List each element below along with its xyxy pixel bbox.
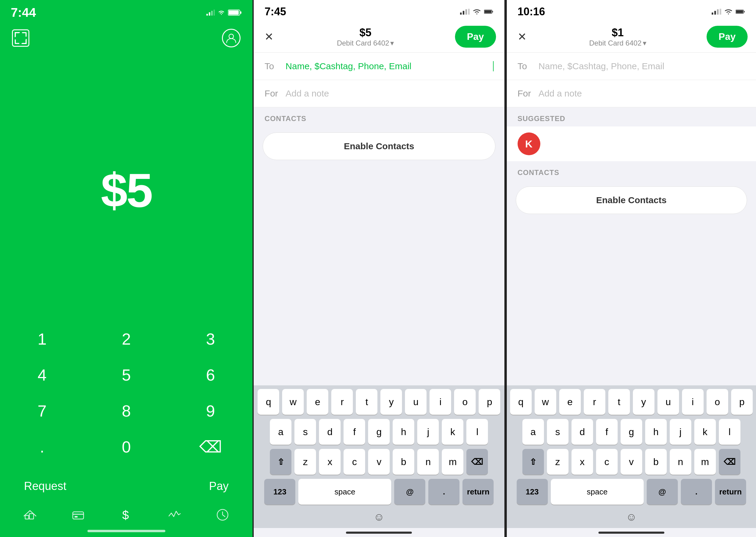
numpad-key-1[interactable]: 1 bbox=[0, 321, 84, 357]
kb-shift-2[interactable]: ⇧ bbox=[270, 449, 291, 475]
kb-m-2[interactable]: m bbox=[442, 449, 463, 475]
kb-backspace-2[interactable]: ⌫ bbox=[466, 449, 488, 475]
kb-t-3[interactable]: t bbox=[608, 389, 630, 415]
kb-z-3[interactable]: z bbox=[547, 449, 569, 475]
card-info-3[interactable]: Debit Card 6402 ▾ bbox=[589, 39, 646, 47]
kb-s-3[interactable]: s bbox=[547, 419, 569, 445]
kb-backspace-3[interactable]: ⌫ bbox=[719, 449, 740, 475]
nav-card[interactable] bbox=[71, 508, 85, 522]
pay-button-2[interactable]: Pay bbox=[455, 26, 496, 48]
kb-l-2[interactable]: l bbox=[466, 419, 488, 445]
numpad-key-2[interactable]: 2 bbox=[84, 321, 168, 357]
kb-i-2[interactable]: i bbox=[430, 389, 451, 415]
kb-n-3[interactable]: n bbox=[670, 449, 691, 475]
kb-j-2[interactable]: j bbox=[417, 419, 439, 445]
kb-c-3[interactable]: c bbox=[596, 449, 618, 475]
numpad-key-9[interactable]: 9 bbox=[168, 393, 252, 429]
kb-k-3[interactable]: k bbox=[694, 419, 716, 445]
kb-c-2[interactable]: c bbox=[344, 449, 365, 475]
kb-at-3[interactable]: @ bbox=[647, 479, 678, 505]
nav-dollar[interactable]: $ bbox=[119, 508, 133, 522]
kb-o-3[interactable]: o bbox=[706, 389, 728, 415]
close-button-3[interactable]: ✕ bbox=[515, 28, 529, 46]
kb-shift-3[interactable]: ⇧ bbox=[522, 449, 544, 475]
kb-f-2[interactable]: f bbox=[344, 419, 365, 445]
kb-return-2[interactable]: return bbox=[463, 479, 494, 505]
kb-a-2[interactable]: a bbox=[270, 419, 291, 445]
kb-e-2[interactable]: e bbox=[307, 389, 328, 415]
pay-button[interactable]: Pay bbox=[209, 480, 229, 493]
kb-x-2[interactable]: x bbox=[319, 449, 341, 475]
kb-at-2[interactable]: @ bbox=[394, 479, 425, 505]
nav-home[interactable] bbox=[23, 508, 37, 522]
kb-g-2[interactable]: g bbox=[368, 419, 390, 445]
numpad-key-8[interactable]: 8 bbox=[84, 393, 168, 429]
kb-z-2[interactable]: z bbox=[294, 449, 316, 475]
kb-d-3[interactable]: d bbox=[572, 419, 593, 445]
kb-t-2[interactable]: t bbox=[356, 389, 377, 415]
kb-j-3[interactable]: j bbox=[670, 419, 691, 445]
numpad-key-4[interactable]: 4 bbox=[0, 357, 84, 393]
kb-i-3[interactable]: i bbox=[682, 389, 703, 415]
kb-y-2[interactable]: y bbox=[380, 389, 402, 415]
nav-clock[interactable] bbox=[215, 508, 230, 522]
numpad-key-3[interactable]: 3 bbox=[168, 321, 252, 357]
kb-l-3[interactable]: l bbox=[719, 419, 740, 445]
kb-h-2[interactable]: h bbox=[393, 419, 414, 445]
request-button[interactable]: Request bbox=[24, 480, 66, 493]
numpad-key-backspace[interactable]: ⌫ bbox=[168, 429, 252, 465]
kb-123-2[interactable]: 123 bbox=[264, 479, 295, 505]
kb-return-3[interactable]: return bbox=[715, 479, 746, 505]
kb-y-3[interactable]: y bbox=[633, 389, 655, 415]
pay-button-3[interactable]: Pay bbox=[706, 26, 748, 48]
kb-k-2[interactable]: k bbox=[442, 419, 463, 445]
kb-b-3[interactable]: b bbox=[645, 449, 667, 475]
kb-u-3[interactable]: u bbox=[658, 389, 679, 415]
kb-m-3[interactable]: m bbox=[694, 449, 716, 475]
numpad-key-0[interactable]: 0 bbox=[84, 429, 168, 465]
to-input-2[interactable]: Name, $Cashtag, Phone, Email bbox=[285, 61, 493, 71]
card-info-2[interactable]: Debit Card 6402 ▾ bbox=[337, 39, 394, 47]
kb-p-3[interactable]: p bbox=[731, 389, 753, 415]
kb-space-2[interactable]: space bbox=[298, 479, 391, 505]
kb-w-2[interactable]: w bbox=[282, 389, 304, 415]
kb-r-3[interactable]: r bbox=[584, 389, 605, 415]
profile-icon[interactable] bbox=[222, 29, 241, 47]
enable-contacts-button-3[interactable]: Enable Contacts bbox=[516, 186, 747, 214]
kb-space-3[interactable]: space bbox=[551, 479, 644, 505]
nav-activity[interactable] bbox=[167, 508, 181, 522]
kb-v-2[interactable]: v bbox=[368, 449, 390, 475]
kb-period-2[interactable]: . bbox=[428, 479, 460, 505]
kb-u-2[interactable]: u bbox=[405, 389, 427, 415]
kb-w-3[interactable]: w bbox=[535, 389, 556, 415]
for-input-3[interactable]: Add a note bbox=[539, 88, 745, 99]
close-button-2[interactable]: ✕ bbox=[262, 28, 276, 46]
kb-d-2[interactable]: d bbox=[319, 419, 341, 445]
kb-e-3[interactable]: e bbox=[559, 389, 581, 415]
kb-x-3[interactable]: x bbox=[572, 449, 593, 475]
kb-b-2[interactable]: b bbox=[393, 449, 414, 475]
for-input-2[interactable]: Add a note bbox=[285, 88, 493, 99]
kb-g-3[interactable]: g bbox=[621, 419, 642, 445]
kb-f-3[interactable]: f bbox=[596, 419, 618, 445]
kb-n-2[interactable]: n bbox=[417, 449, 439, 475]
kb-a-3[interactable]: a bbox=[522, 419, 544, 445]
kb-p-2[interactable]: p bbox=[479, 389, 500, 415]
kb-o-2[interactable]: o bbox=[454, 389, 476, 415]
enable-contacts-button-2[interactable]: Enable Contacts bbox=[263, 133, 495, 160]
numpad-key-7[interactable]: 7 bbox=[0, 393, 84, 429]
kb-q-3[interactable]: q bbox=[510, 389, 532, 415]
numpad-key-5[interactable]: 5 bbox=[84, 357, 168, 393]
kb-h-3[interactable]: h bbox=[645, 419, 667, 445]
kb-s-2[interactable]: s bbox=[294, 419, 316, 445]
kb-123-3[interactable]: 123 bbox=[517, 479, 548, 505]
kb-v-3[interactable]: v bbox=[621, 449, 642, 475]
numpad-key-dot[interactable]: . bbox=[0, 429, 84, 465]
kb-q-2[interactable]: q bbox=[258, 389, 279, 415]
kb-r-2[interactable]: r bbox=[331, 389, 353, 415]
scan-icon[interactable] bbox=[12, 29, 29, 47]
kb-period-3[interactable]: . bbox=[681, 479, 712, 505]
to-input-3[interactable]: Name, $Cashtag, Phone, Email bbox=[539, 61, 745, 71]
numpad-key-6[interactable]: 6 bbox=[168, 357, 252, 393]
suggested-contact-3[interactable]: K bbox=[507, 126, 756, 161]
